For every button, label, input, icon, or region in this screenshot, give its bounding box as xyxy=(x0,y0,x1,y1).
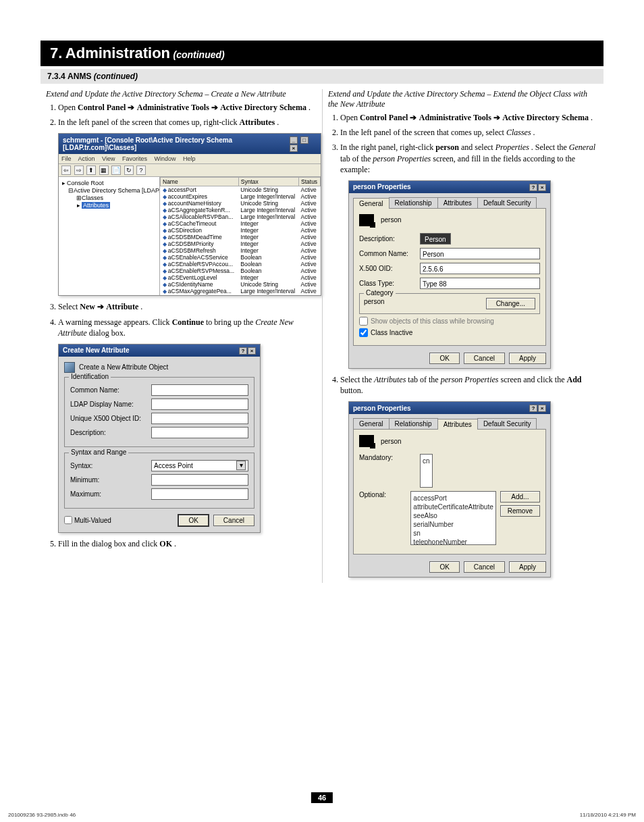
tab-attributes[interactable]: Attributes xyxy=(437,197,478,208)
maximum-input[interactable] xyxy=(151,488,248,500)
tree-root[interactable]: ▸Console Root xyxy=(61,180,157,186)
col-status[interactable]: Status xyxy=(299,178,321,186)
ok-button[interactable]: OK xyxy=(178,514,209,527)
minimize-icon[interactable]: _ xyxy=(290,136,298,144)
table-row[interactable]: ◆ aCSIdentityNameUnicode StringActive xyxy=(161,281,321,288)
menu-view[interactable]: View xyxy=(102,155,115,162)
table-row[interactable]: ◆ aCSDSBMPriorityIntegerActive xyxy=(161,240,321,247)
right-step-3: In the right panel, right-click person a… xyxy=(340,142,598,175)
tree-adschema[interactable]: ⊟Active Directory Schema [LDAP.tr.com] xyxy=(61,187,157,194)
table-row[interactable]: ◆ aCSDirectionIntegerActive xyxy=(161,227,321,234)
oid-input[interactable] xyxy=(151,413,248,424)
col-syntax[interactable]: Syntax xyxy=(238,178,298,186)
tab-relationship[interactable]: Relationship xyxy=(389,197,438,208)
show-objects-checkbox[interactable]: Show objects of this class while browsin… xyxy=(359,317,540,326)
refresh-icon[interactable]: ↻ xyxy=(124,165,134,175)
table-row[interactable]: ◆ aCSMaxDurationPerFlowIntegerActive xyxy=(161,294,321,295)
table-row[interactable]: ◆ accountExpiresLarge Integer/IntervalAc… xyxy=(161,193,321,200)
menu-window[interactable]: Window xyxy=(154,155,176,162)
desc-value[interactable]: Person xyxy=(420,233,451,245)
minimum-input[interactable] xyxy=(151,474,248,486)
schema-console-figure: schmmgmt - [Console Root\Active Director… xyxy=(58,133,321,296)
cancel-button[interactable]: Cancel xyxy=(213,515,254,526)
section-title: Administration xyxy=(65,45,170,61)
left-column: Extend and Update the Active Directory S… xyxy=(41,89,322,583)
classtype-label: Class Type: xyxy=(359,280,420,287)
table-row[interactable]: ◆ aCSEnableRSVPMessa...BooleanActive xyxy=(161,267,321,274)
ok-button[interactable]: OK xyxy=(429,561,459,573)
list-item[interactable]: serialNumber xyxy=(413,520,493,529)
right-step-2: In the left panel of the screen that com… xyxy=(340,127,598,138)
optional-listbox[interactable]: accessPortattributeCertificateAttributes… xyxy=(410,491,495,545)
attribute-grid: Name Syntax Status ◆ accessPortUnicode S… xyxy=(160,177,321,295)
table-row[interactable]: ◆ aCSEnableRSVPAccou...BooleanActive xyxy=(161,261,321,267)
table-row[interactable]: ◆ aCSAllocableRSVPBan...Large Integer/In… xyxy=(161,213,321,220)
forward-icon[interactable]: ⇨ xyxy=(74,165,84,175)
left-step-4: A warning message appears. Click Continu… xyxy=(58,317,317,338)
list-item[interactable]: seeAlso xyxy=(413,511,493,520)
list-item[interactable]: sn xyxy=(413,529,493,538)
syntax-dropdown[interactable]: Access Point ▾ xyxy=(151,460,248,471)
list-item[interactable]: accessPort xyxy=(413,494,493,503)
ok-button[interactable]: OK xyxy=(429,353,459,364)
chevron-down-icon[interactable]: ▾ xyxy=(236,461,246,470)
table-row[interactable]: ◆ aCSMaxAggregatePea...Large Integer/Int… xyxy=(161,288,321,294)
close-icon[interactable]: × xyxy=(538,405,546,412)
col-name[interactable]: Name xyxy=(161,178,239,186)
table-row[interactable]: ◆ aCSDSBMRefreshIntegerActive xyxy=(161,247,321,254)
tab-relationship[interactable]: Relationship xyxy=(389,418,438,429)
tab-general[interactable]: General xyxy=(353,418,390,429)
help-icon[interactable]: ? xyxy=(136,165,146,175)
change-button[interactable]: Change... xyxy=(486,298,535,309)
multivalued-checkbox[interactable]: Multi-Valued xyxy=(64,516,111,524)
arrow-icon: ➔ xyxy=(493,113,502,122)
add-button[interactable]: Add... xyxy=(500,491,540,503)
close-icon[interactable]: × xyxy=(248,347,256,355)
maximize-icon[interactable]: □ xyxy=(300,136,308,144)
export-icon[interactable]: 📄 xyxy=(111,165,121,175)
up-icon[interactable]: ⬆ xyxy=(86,165,96,175)
menu-favorites[interactable]: Favorites xyxy=(122,155,147,162)
menu-file[interactable]: File xyxy=(61,155,72,162)
list-item[interactable]: cn xyxy=(423,457,430,465)
class-inactive-checkbox[interactable]: Class Inactive xyxy=(359,328,540,337)
list-item[interactable]: telephoneNumber xyxy=(413,538,493,545)
table-row[interactable]: ◆ accessPortUnicode StringActive xyxy=(161,186,321,194)
tree-classes[interactable]: ⊞Classes xyxy=(61,195,157,201)
table-row[interactable]: ◆ aCSEventLogLevelIntegerActive xyxy=(161,274,321,281)
window-controls: _ □ × xyxy=(289,136,317,152)
syntax-label: Syntax: xyxy=(70,462,151,469)
common-name-input[interactable] xyxy=(151,384,248,396)
close-icon[interactable]: × xyxy=(290,145,298,152)
list-item[interactable]: attributeCertificateAttribute xyxy=(413,503,493,511)
tree-attributes[interactable]: ▸Attributes xyxy=(61,202,157,209)
help-icon[interactable]: ? xyxy=(239,347,247,355)
dialog-title: person Properties xyxy=(353,405,411,412)
menu-action[interactable]: Action xyxy=(78,155,95,162)
help-icon[interactable]: ? xyxy=(529,184,537,191)
table-row[interactable]: ◆ aCSCacheTimeoutIntegerActive xyxy=(161,220,321,227)
cube-icon xyxy=(64,362,75,373)
remove-button[interactable]: Remove xyxy=(500,505,540,517)
table-row[interactable]: ◆ aCSAggregateTokenR...Large Integer/Int… xyxy=(161,207,321,213)
cancel-button[interactable]: Cancel xyxy=(464,353,505,364)
help-icon[interactable]: ? xyxy=(529,405,537,412)
table-row[interactable]: ◆ aCSEnableACSServiceBooleanActive xyxy=(161,254,321,261)
apply-button[interactable]: Apply xyxy=(509,561,546,573)
description-input[interactable] xyxy=(151,427,248,438)
menu-help[interactable]: Help xyxy=(183,155,196,162)
close-icon[interactable]: × xyxy=(538,184,546,191)
grid-icon[interactable]: ▦ xyxy=(99,165,109,175)
apply-button[interactable]: Apply xyxy=(509,353,546,364)
mandatory-listbox[interactable]: cn xyxy=(420,454,433,488)
ldap-name-input[interactable] xyxy=(151,399,248,410)
cancel-button[interactable]: Cancel xyxy=(464,561,505,573)
tab-security[interactable]: Default Security xyxy=(477,418,537,429)
tab-general[interactable]: General xyxy=(353,198,390,209)
back-icon[interactable]: ⇦ xyxy=(61,165,71,175)
table-row[interactable]: ◆ aCSDSBMDeadTimeIntegerActive xyxy=(161,234,321,240)
menubar: File Action View Favorites Window Help xyxy=(59,154,321,164)
tab-attributes[interactable]: Attributes xyxy=(437,419,478,430)
table-row[interactable]: ◆ accountNameHistoryUnicode StringActive xyxy=(161,200,321,207)
tab-security[interactable]: Default Security xyxy=(477,197,537,208)
